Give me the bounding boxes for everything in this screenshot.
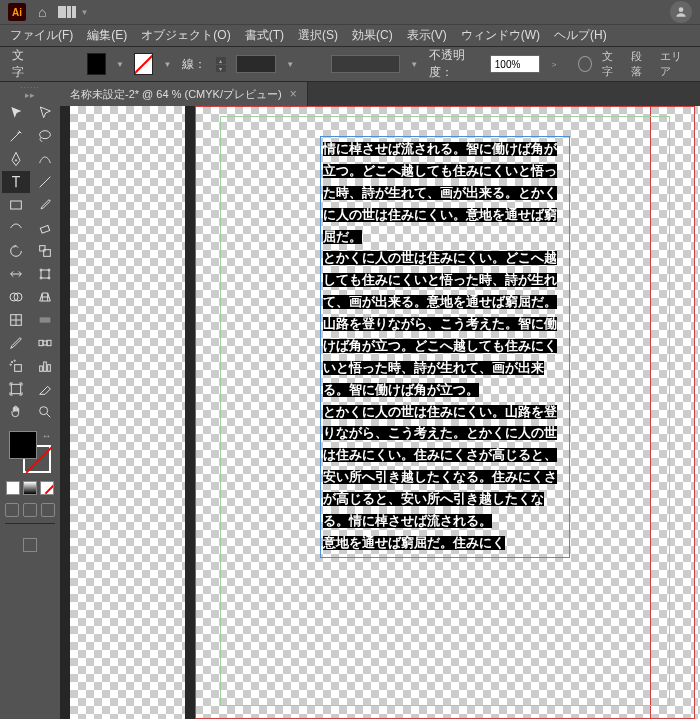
globe-icon[interactable] xyxy=(578,56,592,72)
panel-link-paragraph[interactable]: 段落 xyxy=(631,49,650,79)
stroke-width-spinner[interactable]: ▴▾ xyxy=(216,57,226,72)
stroke-label: 線： xyxy=(182,56,206,73)
panel-link-area[interactable]: エリア xyxy=(660,49,688,79)
svg-rect-19 xyxy=(14,365,21,372)
svg-point-27 xyxy=(39,407,47,415)
menu-effect[interactable]: 効果(C) xyxy=(346,25,399,46)
rectangle-tool[interactable] xyxy=(2,194,30,216)
artboard-tool[interactable] xyxy=(2,378,30,400)
workspace-switcher-icon[interactable] xyxy=(58,6,76,18)
svg-point-21 xyxy=(14,360,15,361)
svg-rect-4 xyxy=(40,225,49,233)
slice-tool[interactable] xyxy=(31,378,59,400)
user-avatar-icon[interactable] xyxy=(670,1,692,23)
scale-tool[interactable] xyxy=(31,240,59,262)
chevron-down-icon[interactable]: ▼ xyxy=(80,8,88,17)
stroke-width-dropdown-icon[interactable]: ▼ xyxy=(286,55,295,73)
hand-tool[interactable] xyxy=(2,401,30,423)
fill-color-icon[interactable] xyxy=(9,431,37,459)
text-frame[interactable]: 情に棹させば流される。智に働けば角が立つ。どこへ越しても住みにくいと悟った時、詩… xyxy=(320,136,570,558)
svg-point-22 xyxy=(10,364,11,365)
svg-rect-7 xyxy=(41,270,49,278)
mesh-tool[interactable] xyxy=(2,309,30,331)
line-segment-tool[interactable] xyxy=(31,171,59,193)
svg-rect-25 xyxy=(47,365,50,372)
text-line[interactable]: 意地を通せば窮屈だ。住みにく xyxy=(323,536,505,550)
direct-selection-tool[interactable] xyxy=(31,102,59,124)
color-mode-gradient[interactable] xyxy=(23,481,37,495)
canvas[interactable]: 情に棹させば流される。智に働けば角が立つ。どこへ越しても住みにくいと悟った時、詩… xyxy=(60,106,700,719)
menu-object[interactable]: オブジェクト(O) xyxy=(135,25,236,46)
screen-mode-icon[interactable] xyxy=(23,538,37,552)
svg-point-0 xyxy=(679,7,684,12)
app-logo: Ai xyxy=(8,3,26,21)
svg-point-2 xyxy=(15,160,16,161)
svg-rect-5 xyxy=(39,246,44,251)
current-tool-label: 文字 xyxy=(12,47,32,81)
svg-rect-17 xyxy=(47,340,51,345)
menu-view[interactable]: 表示(V) xyxy=(401,25,453,46)
menu-file[interactable]: ファイル(F) xyxy=(4,25,79,46)
panel-link-character[interactable]: 文字 xyxy=(602,49,621,79)
opacity-input[interactable] xyxy=(490,55,540,73)
menu-format[interactable]: 書式(T) xyxy=(239,25,290,46)
type-tool[interactable] xyxy=(2,171,30,193)
separator xyxy=(5,523,55,524)
draw-behind-icon[interactable] xyxy=(23,503,37,517)
color-mode-normal[interactable] xyxy=(6,481,20,495)
fill-dropdown-icon[interactable]: ▼ xyxy=(116,55,125,73)
free-transform-tool[interactable] xyxy=(31,263,59,285)
menubar: ファイル(F) 編集(E) オブジェクト(O) 書式(T) 選択(S) 効果(C… xyxy=(0,24,700,46)
document-tab[interactable]: 名称未設定-2* @ 64 % (CMYK/プレビュー) × xyxy=(60,82,308,106)
menu-window[interactable]: ウィンドウ(W) xyxy=(455,25,546,46)
paintbrush-tool[interactable] xyxy=(31,194,59,216)
rotate-tool[interactable] xyxy=(2,240,30,262)
blend-tool[interactable] xyxy=(31,332,59,354)
document-tab-bar: 名称未設定-2* @ 64 % (CMYK/プレビュー) × xyxy=(60,82,700,106)
color-mode-row xyxy=(6,481,54,495)
document-tab-title: 名称未設定-2* @ 64 % (CMYK/プレビュー) xyxy=(70,87,282,102)
swap-fill-stroke-icon[interactable]: ↔ xyxy=(42,431,51,441)
menu-help[interactable]: ヘルプ(H) xyxy=(548,25,613,46)
selection-tool[interactable] xyxy=(2,102,30,124)
text-line[interactable]: 情に棹させば流される。智に働けば角が立つ。どこへ越しても住みにくいと悟った時、詩… xyxy=(323,142,557,244)
eraser-tool[interactable] xyxy=(31,217,59,239)
menu-edit[interactable]: 編集(E) xyxy=(81,25,133,46)
magic-wand-tool[interactable] xyxy=(2,125,30,147)
stroke-swatch[interactable] xyxy=(134,53,153,75)
eyedropper-tool[interactable] xyxy=(2,332,30,354)
curvature-tool[interactable] xyxy=(31,148,59,170)
lasso-tool[interactable] xyxy=(31,125,59,147)
collapse-panel-icon[interactable]: ▸▸ xyxy=(25,90,35,100)
shaper-tool[interactable] xyxy=(2,217,30,239)
fill-stroke-control[interactable]: ↔ xyxy=(9,431,51,473)
column-graph-tool[interactable] xyxy=(31,355,59,377)
stroke-dropdown-icon[interactable]: ▼ xyxy=(163,55,172,73)
stroke-width-input[interactable] xyxy=(236,55,276,73)
opacity-dropdown-icon[interactable]: > xyxy=(550,55,559,73)
brush-dropdown-icon[interactable]: ▼ xyxy=(410,55,419,73)
perspective-grid-tool[interactable] xyxy=(31,286,59,308)
draw-inside-icon[interactable] xyxy=(41,503,55,517)
panel-grip[interactable] xyxy=(10,84,50,88)
home-icon[interactable]: ⌂ xyxy=(38,4,46,20)
color-mode-none[interactable] xyxy=(40,481,54,495)
text-line[interactable]: とかくに人の世は住みにくい。どこへ越しても住みにくいと悟った時、詩が生れて、画が… xyxy=(323,251,557,396)
brush-definition-dropdown[interactable] xyxy=(331,55,400,73)
svg-rect-15 xyxy=(39,317,50,322)
symbol-sprayer-tool[interactable] xyxy=(2,355,30,377)
artboard-bg-left xyxy=(70,106,185,719)
text-line[interactable]: とかくに人の世は住みにくい。山路を登りながら、こう考えた。とかくに人の世は住みに… xyxy=(323,405,557,528)
width-tool[interactable] xyxy=(2,263,30,285)
gradient-tool[interactable] xyxy=(31,309,59,331)
close-tab-icon[interactable]: × xyxy=(290,87,297,101)
svg-point-20 xyxy=(11,361,12,362)
pen-tool[interactable] xyxy=(2,148,30,170)
control-bar: 文字 ▼ ▼ 線： ▴▾ ▼ ▼ 不透明度： > 文字 段落 エリア xyxy=(0,46,700,82)
shape-builder-tool[interactable] xyxy=(2,286,30,308)
draw-normal-icon[interactable] xyxy=(5,503,19,517)
fill-swatch[interactable] xyxy=(87,53,106,75)
menu-select[interactable]: 選択(S) xyxy=(292,25,344,46)
zoom-tool[interactable] xyxy=(31,401,59,423)
svg-rect-16 xyxy=(39,340,43,345)
